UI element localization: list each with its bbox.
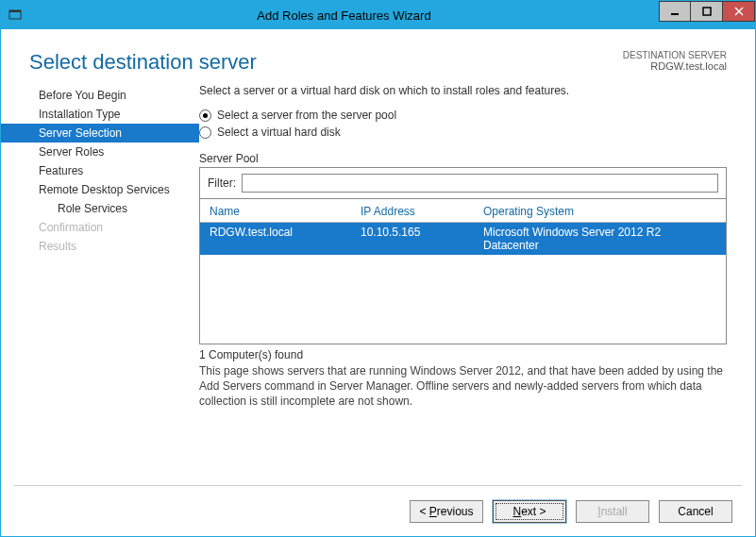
cell-ip: 10.10.5.165 xyxy=(361,226,483,252)
destination-block: DESTINATION SERVER RDGW.test.local xyxy=(623,50,727,72)
filter-label: Filter: xyxy=(208,176,236,190)
main-panel: Select a server or a virtual hard disk o… xyxy=(199,84,727,485)
col-os-header[interactable]: Operating System xyxy=(483,205,716,218)
window-controls xyxy=(659,1,755,22)
nav-server-selection[interactable]: Server Selection xyxy=(1,124,199,143)
filter-input[interactable] xyxy=(242,174,718,193)
nav-server-roles[interactable]: Server Roles xyxy=(1,143,199,161)
destination-value: RDGW.test.local xyxy=(623,60,727,72)
table-body: RDGW.test.local 10.10.5.165 Microsoft Wi… xyxy=(200,223,726,344)
content-area: Select destination server DESTINATION SE… xyxy=(1,29,755,536)
nav-before-you-begin[interactable]: Before You Begin xyxy=(1,86,199,105)
previous-button[interactable]: < Previous xyxy=(410,500,483,523)
radio-icon xyxy=(199,126,211,139)
page-title: Select destination server xyxy=(29,50,623,75)
titlebar: Add Roles and Features Wizard xyxy=(1,1,755,29)
col-ip-header[interactable]: IP Address xyxy=(361,205,483,218)
radio-label: Select a virtual hard disk xyxy=(217,126,341,139)
server-pool-label: Server Pool xyxy=(199,152,727,165)
svg-rect-3 xyxy=(703,8,711,15)
header-row: Select destination server DESTINATION SE… xyxy=(1,29,755,84)
filter-row: Filter: xyxy=(200,168,726,199)
nav-features[interactable]: Features xyxy=(1,161,199,180)
nav-confirmation: Confirmation xyxy=(1,218,199,237)
footer-buttons: < Previous Next > Install Cancel xyxy=(14,485,742,536)
instruction-text: Select a server or a virtual hard disk o… xyxy=(199,84,727,97)
server-pool-box: Filter: Name IP Address Operating System… xyxy=(199,167,727,344)
install-button: Install xyxy=(576,500,649,523)
next-button[interactable]: Next > xyxy=(493,500,566,523)
close-button[interactable] xyxy=(723,1,755,22)
cell-os: Microsoft Windows Server 2012 R2 Datacen… xyxy=(483,226,716,252)
computers-found-text: 1 Computer(s) found xyxy=(199,348,727,361)
table-row[interactable]: RDGW.test.local 10.10.5.165 Microsoft Wi… xyxy=(200,223,726,255)
minimize-button[interactable] xyxy=(659,1,691,22)
window-title: Add Roles and Features Wizard xyxy=(29,8,659,23)
nav-installation-type[interactable]: Installation Type xyxy=(1,105,199,124)
nav-role-services[interactable]: Role Services xyxy=(1,199,199,218)
radio-server-pool[interactable]: Select a server from the server pool xyxy=(199,109,727,122)
radio-icon xyxy=(199,109,211,122)
table-header: Name IP Address Operating System xyxy=(200,199,726,223)
body-row: Before You Begin Installation Type Serve… xyxy=(1,84,755,485)
radio-virtual-hard-disk[interactable]: Select a virtual hard disk xyxy=(199,126,727,139)
maximize-button[interactable] xyxy=(691,1,723,22)
nav-remote-desktop-services[interactable]: Remote Desktop Services xyxy=(1,180,199,199)
cancel-button[interactable]: Cancel xyxy=(659,500,732,523)
radio-label: Select a server from the server pool xyxy=(217,109,396,122)
destination-label: DESTINATION SERVER xyxy=(623,50,727,60)
app-icon xyxy=(1,1,29,29)
nav-sidebar: Before You Begin Installation Type Serve… xyxy=(1,84,199,485)
svg-rect-1 xyxy=(9,10,21,12)
nav-results: Results xyxy=(1,237,199,256)
cell-name: RDGW.test.local xyxy=(210,226,361,252)
wizard-window: Add Roles and Features Wizard Select des… xyxy=(0,0,756,537)
help-text: This page shows servers that are running… xyxy=(199,363,727,410)
col-name-header[interactable]: Name xyxy=(210,205,361,218)
